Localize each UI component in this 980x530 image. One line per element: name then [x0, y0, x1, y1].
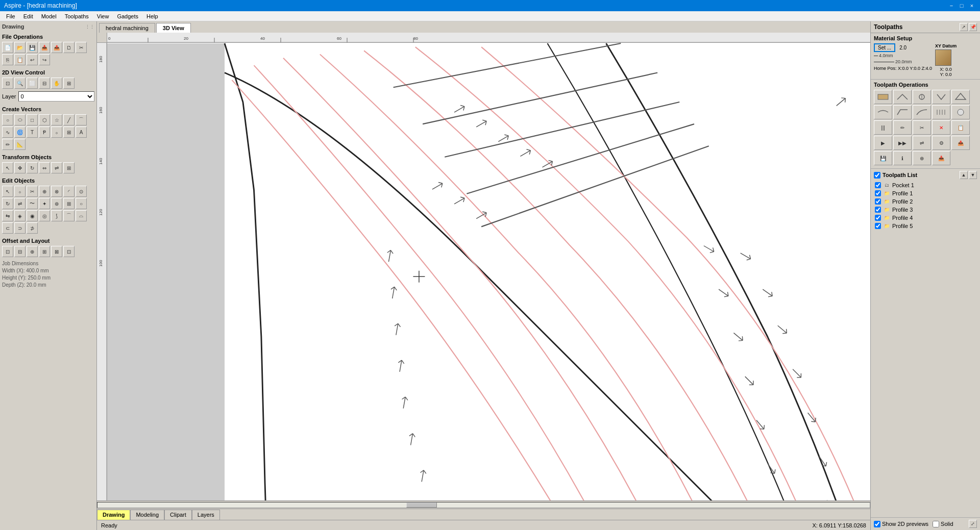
tp-list-up-button[interactable]: ▲	[960, 171, 968, 179]
zoom-box-button[interactable]: ⬜	[27, 78, 38, 89]
mirror-tp-button[interactable]: ⇌	[913, 136, 931, 150]
array-button[interactable]: ⊕	[27, 246, 38, 257]
pocket-toolpath-button[interactable]	[874, 90, 892, 104]
new-file-button[interactable]: 📄	[2, 42, 13, 53]
text2-button[interactable]: Ᵽ	[39, 127, 50, 138]
nesting2-button[interactable]: ⊠	[51, 246, 62, 257]
roughing-toolpath-button[interactable]: |||	[874, 120, 892, 135]
edit3-button[interactable]: ◉	[27, 210, 38, 221]
tab-hedral[interactable]: hedral machining	[99, 23, 155, 33]
zoom-out-button[interactable]: ⊟	[39, 78, 50, 89]
menu-gadgets[interactable]: Gadgets	[113, 12, 142, 20]
scale-button[interactable]: ⇔	[39, 162, 50, 173]
profile-toolpath-button[interactable]	[893, 90, 912, 104]
tp-editor-button[interactable]: ⚙	[932, 136, 950, 150]
toolpaths-pin-button[interactable]: 📌	[969, 23, 977, 31]
offset2-button[interactable]: ⊙	[76, 186, 87, 197]
toolpath-item-profile1[interactable]: 📁 Profile 1	[874, 189, 977, 197]
save-file-button[interactable]: 💾	[27, 42, 38, 53]
paste-button[interactable]: 📋	[14, 54, 26, 65]
tp-check-profile4[interactable]	[875, 215, 881, 221]
edit7-button[interactable]: ⌓	[76, 210, 87, 221]
polygon-button[interactable]: ⬡	[39, 114, 50, 125]
close-vector-button[interactable]: ○	[76, 198, 87, 209]
minimize-button[interactable]: −	[947, 2, 955, 10]
toolpath-list-master-check[interactable]	[874, 172, 880, 179]
show-2d-previews-check[interactable]	[874, 521, 880, 527]
mirror3-button[interactable]: ⇌	[14, 198, 26, 209]
move-button[interactable]: ✥	[14, 162, 26, 173]
menu-model[interactable]: Model	[37, 12, 61, 20]
toolpath-item-pocket1[interactable]: 🗂 Pocket 1	[874, 181, 977, 189]
node-button[interactable]: ⬦	[51, 127, 62, 138]
grid-button[interactable]: ⊞	[63, 78, 75, 89]
tp-check-profile5[interactable]	[875, 223, 881, 229]
edit6-button[interactable]: ⌒	[63, 210, 75, 221]
star-button[interactable]: ☆	[51, 114, 62, 125]
reverse-button[interactable]: ⇆	[2, 210, 13, 221]
edit4-button[interactable]: ◎	[39, 210, 50, 221]
spline-button[interactable]: ∿	[2, 127, 13, 138]
nesting1-button[interactable]: ⊞	[39, 246, 50, 257]
h-scrollbar[interactable]	[97, 500, 870, 509]
canvas-inner[interactable]	[107, 43, 870, 500]
spiral-button[interactable]: 🌀	[14, 127, 26, 138]
tab-3d-view[interactable]: 3D View	[156, 23, 191, 33]
canvas-container[interactable]: 180 160 140 120 100	[97, 43, 870, 500]
texture-toolpath-button[interactable]	[932, 105, 950, 119]
offset4-button[interactable]: ⊟	[14, 246, 26, 257]
smooth-button[interactable]: 〜	[27, 198, 38, 209]
menu-edit[interactable]: Edit	[19, 12, 37, 20]
trim-button[interactable]: ✂	[27, 186, 38, 197]
zoom-fit-button[interactable]: ⊡	[2, 78, 13, 89]
laser-toolpath-button[interactable]: ✂	[913, 120, 931, 135]
measure-button[interactable]: 📐	[14, 139, 26, 150]
form-toolpath-button[interactable]	[951, 105, 970, 119]
line-button[interactable]: ╱	[63, 114, 75, 125]
toolpaths-float-button[interactable]: ↗	[960, 23, 968, 31]
menu-toolpaths[interactable]: Toolpaths	[61, 12, 93, 20]
moulding-toolpath-button[interactable]	[913, 105, 931, 119]
export-tp-button[interactable]: 📥	[932, 151, 950, 165]
fillet-button[interactable]: ◜	[63, 186, 75, 197]
merge-tp-button[interactable]: ⊕	[913, 151, 931, 165]
toolpath-item-profile5[interactable]: 📁 Profile 5	[874, 222, 977, 230]
tp-info-button[interactable]: ℹ	[893, 151, 912, 165]
set-material-button[interactable]: Set ...	[874, 43, 895, 52]
offset3-button[interactable]: ⊡	[2, 246, 13, 257]
menu-file[interactable]: File	[2, 12, 19, 20]
solid-check[interactable]	[933, 521, 939, 527]
close-button[interactable]: ×	[968, 2, 976, 10]
copy-button[interactable]: ⎘	[2, 54, 13, 65]
tab-clipart[interactable]: Clipart	[164, 510, 192, 520]
select2-button[interactable]: ↖	[2, 186, 13, 197]
scrollbar-track[interactable]	[97, 502, 870, 508]
transform-text-button[interactable]: ⊞	[63, 127, 75, 138]
tab-layers[interactable]: Layers	[192, 510, 220, 520]
menu-view[interactable]: View	[93, 12, 113, 20]
layer-select[interactable]: 0	[18, 91, 94, 102]
rectangle-button[interactable]: □	[27, 114, 38, 125]
menu-help[interactable]: Help	[142, 12, 162, 20]
tp-check-profile1[interactable]	[875, 190, 881, 196]
post-process-button[interactable]: 📤	[951, 136, 970, 150]
arc-button[interactable]: ⌒	[76, 114, 87, 125]
scrollbar-thumb[interactable]	[406, 502, 437, 508]
zoom-in-button[interactable]: 🔍	[14, 78, 26, 89]
open-file-button[interactable]: 📂	[14, 42, 26, 53]
maximize-button[interactable]: □	[958, 2, 966, 10]
edit10-button[interactable]: ⊅	[27, 222, 38, 234]
nesting3-button[interactable]: ⊡	[63, 246, 75, 257]
draw-button[interactable]: ✏	[2, 139, 13, 150]
delete-toolpath-button[interactable]: ✕	[932, 120, 950, 135]
tp-check-profile2[interactable]	[875, 198, 881, 205]
toolpath-item-profile3[interactable]: 📁 Profile 3	[874, 206, 977, 214]
undo-button[interactable]: ↩	[27, 54, 38, 65]
text-button[interactable]: T	[27, 127, 38, 138]
save-as-button[interactable]: 📥	[39, 42, 50, 53]
bool-button[interactable]: ⊗	[51, 186, 62, 197]
ellipse-button[interactable]: ⬭	[14, 114, 26, 125]
tp-check-profile3[interactable]	[875, 207, 881, 213]
node-edit2-button[interactable]: ⬦	[14, 186, 26, 197]
toolpath-canvas[interactable]	[107, 43, 870, 500]
